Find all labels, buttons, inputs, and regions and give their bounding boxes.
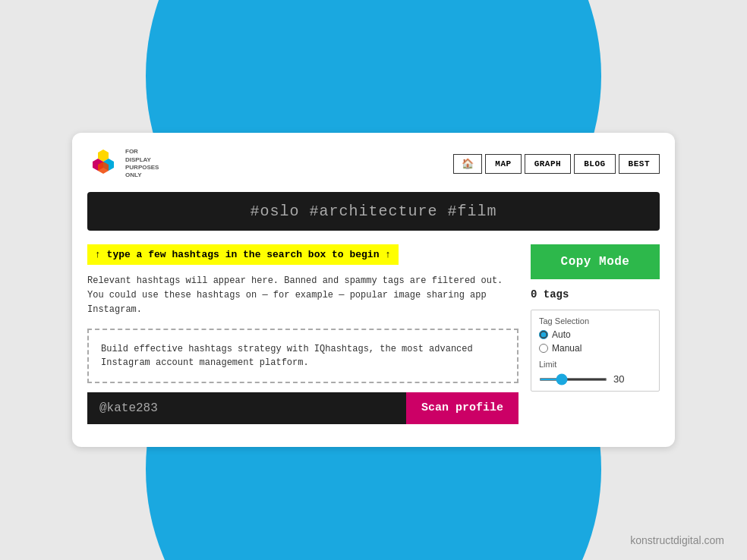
hint-text: ↑ type a few hashtags in the search box … <box>95 249 391 260</box>
main-card: FOR DISPLAY PURPOSES ONLY 🏠 MAP GRAPH BL… <box>72 133 675 447</box>
limit-value: 30 <box>613 373 624 385</box>
logo-text: FOR DISPLAY PURPOSES ONLY <box>125 148 159 180</box>
footer: konstructdigital.com <box>630 534 724 546</box>
tags-count: 0 tags <box>531 285 660 304</box>
radio-manual[interactable]: Manual <box>539 343 651 354</box>
left-panel: ↑ type a few hashtags in the search box … <box>87 244 518 424</box>
nav-blog-button[interactable]: BLOG <box>574 154 615 174</box>
limit-group: Limit 30 <box>539 360 651 385</box>
logo-icon <box>87 148 119 180</box>
radio-auto[interactable]: Auto <box>539 329 651 340</box>
footer-text: konstructdigital.com <box>630 534 724 546</box>
radio-auto-input[interactable] <box>539 330 548 339</box>
content-area: ↑ type a few hashtags in the search box … <box>87 244 660 424</box>
header: FOR DISPLAY PURPOSES ONLY 🏠 MAP GRAPH BL… <box>87 148 660 180</box>
nav-best-button[interactable]: BEST <box>619 154 660 174</box>
logo: FOR DISPLAY PURPOSES ONLY <box>87 148 159 180</box>
radio-manual-label: Manual <box>552 343 582 354</box>
search-placeholder-text: #oslo #architecture #film <box>250 203 496 220</box>
nav-graph-button[interactable]: GRAPH <box>525 154 572 174</box>
hint-box: ↑ type a few hashtags in the search box … <box>87 244 399 265</box>
description-text: Relevant hashtags will appear here. Bann… <box>87 274 518 318</box>
limit-slider[interactable] <box>539 378 607 381</box>
input-row: Scan profile <box>87 392 518 424</box>
scan-profile-button[interactable]: Scan profile <box>406 392 518 424</box>
radio-manual-input[interactable] <box>539 344 548 353</box>
search-bar[interactable]: #oslo #architecture #film <box>87 192 660 231</box>
tag-selection-label: Tag Selection <box>539 316 651 326</box>
promo-box: Build effective hashtags strategy with I… <box>87 329 518 383</box>
settings-box: Tag Selection Auto Manual Limit 30 <box>531 310 660 392</box>
promo-text: Build effective hashtags strategy with I… <box>101 342 505 370</box>
limit-label: Limit <box>539 360 651 369</box>
nav-buttons: 🏠 MAP GRAPH BLOG BEST <box>453 154 660 174</box>
profile-input[interactable] <box>87 392 406 424</box>
right-panel: Copy Mode 0 tags Tag Selection Auto Manu… <box>531 244 660 424</box>
radio-auto-label: Auto <box>552 329 571 340</box>
home-icon: 🏠 <box>462 159 474 170</box>
nav-map-button[interactable]: MAP <box>485 154 521 174</box>
slider-row: 30 <box>539 373 651 385</box>
copy-mode-button[interactable]: Copy Mode <box>531 244 660 279</box>
nav-home-button[interactable]: 🏠 <box>453 154 483 174</box>
